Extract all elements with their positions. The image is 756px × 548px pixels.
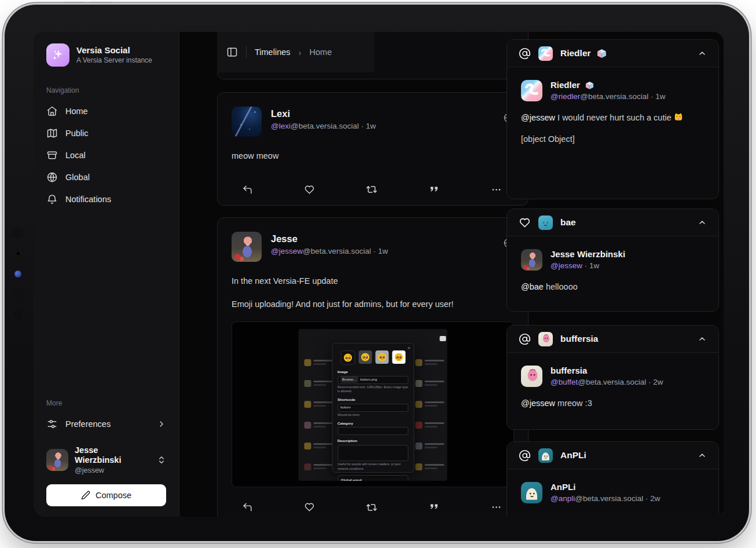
riedler-cube-emoji [597, 49, 607, 59]
sidebar-item-label: Public [65, 129, 89, 138]
camera-lens [12, 228, 24, 239]
camera-lens-blue [14, 271, 21, 277]
field-hint: Recommended size: 128x128px. Every image… [337, 385, 408, 394]
notification-text: @bae helloooo [521, 280, 704, 294]
brand[interactable]: Versia Social A Versia Server instance [46, 43, 166, 67]
sidebar-item-notifications[interactable]: Notifications [46, 188, 166, 210]
notification-handle: @riedler@beta.versia.social · 1w [551, 92, 666, 101]
avatar[interactable] [232, 232, 262, 262]
avatar [538, 215, 553, 230]
at-sign-icon [519, 333, 531, 345]
close-icon: × [408, 345, 410, 352]
sidebar-item-home[interactable]: Home [46, 100, 166, 122]
sidebar-item-label: Notifications [65, 195, 111, 204]
post-author[interactable]: Jesse [271, 233, 388, 245]
reply-icon[interactable] [241, 183, 254, 196]
chevron-up-icon[interactable] [698, 218, 707, 227]
avatar[interactable] [521, 482, 542, 503]
emoji-preview-tiles [337, 350, 408, 365]
sidebar-item-global[interactable]: Global [46, 166, 166, 188]
category-input [337, 427, 408, 435]
avatar[interactable] [521, 80, 542, 101]
pleading-emoji-preview [375, 350, 388, 364]
notification-card: AnPLi AnPLi @anpli@beta.versia.social · … [507, 441, 719, 517]
field-label: Category [337, 421, 408, 426]
sliders-icon [46, 418, 58, 430]
more-icon[interactable] [490, 183, 502, 196]
divider [246, 46, 247, 59]
chevron-up-icon[interactable] [698, 451, 707, 460]
more-section-label: More [46, 399, 166, 407]
notification-author[interactable]: buffersia [551, 366, 587, 377]
neocat-mlem-emoji [673, 112, 684, 122]
notification-card: Riedler Riedler @riedler@beta.versia.soc… [507, 39, 719, 199]
chevron-up-icon[interactable] [698, 334, 707, 344]
pencil-icon [81, 491, 90, 500]
chevron-right-icon [157, 419, 166, 429]
more-icon[interactable] [490, 501, 502, 514]
shortcode-input: bottom [337, 404, 408, 412]
sidebar-item-local[interactable]: Local [46, 144, 166, 166]
post-text: Emoji uploading! And not just for admins… [232, 298, 514, 310]
versia-logo-icon [46, 43, 69, 67]
file-input: Browse...bottom.png [337, 376, 408, 384]
notification-handle: @buffet@beta.versia.social · 2w [551, 378, 663, 386]
global-emoji-setting: Global emoji Can be used by every user, … [337, 475, 408, 481]
notification-handle: @jessew · 1w [551, 261, 625, 270]
avatar [538, 46, 553, 61]
notification-card: bae Jesse Wierzbinski @jessew · 1w @bae … [507, 209, 719, 312]
notification-header[interactable]: Riedler [507, 40, 718, 67]
field-label: Image [337, 369, 408, 375]
notification-text: @jessew I would never hurt such a cutie [521, 111, 704, 125]
panel-left-icon[interactable] [226, 46, 238, 58]
avatar [538, 448, 553, 463]
boost-icon[interactable] [365, 183, 378, 196]
notification-author[interactable]: AnPLi [551, 482, 575, 493]
quote-icon[interactable] [428, 501, 441, 514]
description-textarea [337, 445, 408, 461]
like-icon[interactable] [303, 501, 316, 514]
post-text: In the next Versia-FE update [232, 275, 514, 287]
avatar [46, 449, 68, 471]
notification-header[interactable]: bae [507, 209, 718, 236]
chevrons-up-down-icon [157, 455, 166, 465]
sidebar-item-label: Local [65, 151, 86, 160]
avatar[interactable] [232, 107, 262, 137]
like-icon[interactable] [303, 183, 316, 196]
avatar[interactable] [521, 249, 542, 271]
notification-author[interactable]: Riedler [551, 80, 580, 91]
preferences-label: Preferences [65, 419, 111, 429]
app-title: Versia Social [76, 45, 152, 56]
quote-icon[interactable] [428, 183, 441, 196]
notification-header[interactable]: buffersia [507, 326, 718, 353]
chevron-up-icon[interactable] [698, 49, 707, 58]
user-handle: @jessew [75, 466, 144, 475]
at-sign-icon [519, 450, 531, 462]
compose-label: Compose [96, 491, 131, 500]
notification-title: Riedler [560, 48, 591, 59]
account-switcher[interactable]: Jesse Wierzbinski @jessew [46, 445, 166, 475]
app-subtitle: A Versia Server instance [76, 56, 152, 65]
home-icon [46, 105, 58, 117]
reply-icon[interactable] [241, 501, 254, 514]
heart-icon [519, 217, 531, 229]
notification-author[interactable]: Jesse Wierzbinski [551, 249, 625, 260]
avatar[interactable] [521, 366, 542, 387]
sidebar: Versia Social A Versia Server instance N… [34, 32, 179, 517]
notification-header[interactable]: AnPLi [507, 442, 718, 469]
breadcrumb-section[interactable]: Timelines [255, 48, 291, 57]
post-author[interactable]: Lexi [271, 108, 376, 120]
compose-button[interactable]: Compose [46, 484, 166, 506]
notification-title: buffersia [560, 334, 598, 344]
boost-icon[interactable] [365, 501, 378, 514]
breadcrumb-page[interactable]: Home [310, 48, 332, 57]
camera-lens [13, 310, 23, 319]
map-icon [46, 127, 58, 139]
post-actions [218, 181, 528, 196]
sidebar-item-preferences[interactable]: Preferences [46, 413, 166, 435]
notification-text: @jessew mreow :3 [521, 397, 704, 410]
post-attachment-image[interactable]: × Image Browse...bottom.png Recommended … [232, 322, 514, 487]
sidebar-item-label: Global [65, 173, 90, 182]
post-card: Lexi @lexi@beta.versia.social · 1w meow … [217, 92, 529, 206]
sidebar-item-public[interactable]: Public [46, 122, 166, 144]
